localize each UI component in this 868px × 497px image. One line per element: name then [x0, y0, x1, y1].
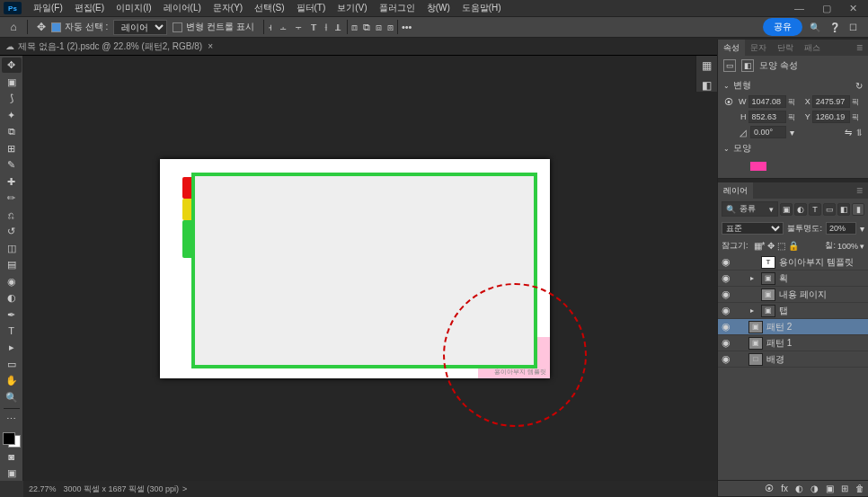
edit-toolbar-icon[interactable]: ⋯	[2, 412, 22, 427]
adjustment-layer-icon[interactable]: ◑	[810, 484, 819, 493]
move-tool[interactable]: ✥	[2, 58, 22, 73]
yellow-tab-shape[interactable]	[182, 199, 191, 220]
align-vcenter-icon[interactable]: ⫲	[324, 22, 328, 33]
opacity-input[interactable]: 20%	[826, 222, 856, 235]
lock-pixels-icon[interactable]: ▦* ✥ ⬚ 🔒	[754, 241, 799, 251]
layer-item[interactable]: ◉▣패턴 2	[718, 319, 868, 335]
visibility-icon[interactable]: ◉	[722, 337, 734, 349]
tab-properties[interactable]: 속성	[718, 40, 745, 57]
y-input[interactable]: 1260.19	[812, 111, 850, 123]
link-layers-icon[interactable]: ⦿	[765, 484, 774, 493]
rail-icon-2[interactable]: ◧	[702, 79, 712, 92]
layer-name[interactable]: 용이아부지 템플릿	[779, 256, 854, 269]
align-top-icon[interactable]: ⫪	[309, 22, 319, 33]
layer-name[interactable]: 내용 페이지	[779, 288, 827, 301]
screen-mode-icon[interactable]: ▣	[2, 466, 22, 481]
home-icon[interactable]: ⌂	[4, 19, 23, 35]
appearance-section[interactable]: ⌄ 모양	[723, 138, 863, 158]
delete-layer-icon[interactable]: 🗑	[855, 484, 864, 493]
close-icon[interactable]: ✕	[846, 3, 861, 14]
group-layers-icon[interactable]: ▣	[826, 484, 834, 493]
show-transform-checkbox[interactable]	[173, 22, 182, 32]
x-input[interactable]: 2475.97	[812, 95, 850, 108]
document-tab[interactable]: ☁ 제목 없음-1 (2).psdc @ 22.8% (패턴2, RGB/8) …	[0, 38, 218, 55]
reset-transform-icon[interactable]: ↻	[855, 81, 863, 91]
type-tool[interactable]: T	[2, 324, 22, 339]
menu-layer[interactable]: 레이어(L)	[159, 0, 206, 16]
transform-section[interactable]: ⌄ 변형 ↻	[723, 75, 863, 95]
more-icon[interactable]: •••	[402, 22, 412, 32]
eyedropper-tool[interactable]: ✎	[2, 157, 22, 173]
menu-window[interactable]: 창(W)	[422, 0, 455, 16]
fill-color-swatch[interactable]	[750, 162, 766, 171]
healing-tool[interactable]: ✚	[2, 173, 22, 189]
menu-edit[interactable]: 편집(E)	[70, 0, 109, 16]
menu-image[interactable]: 이미지(I)	[111, 0, 155, 16]
menu-view[interactable]: 보기(V)	[332, 0, 371, 16]
hand-tool[interactable]: ✋	[2, 373, 22, 388]
visibility-icon[interactable]: ◉	[722, 272, 734, 284]
magic-wand-tool[interactable]: ✦	[2, 107, 22, 122]
tab-paths[interactable]: 패스	[799, 40, 826, 57]
blur-tool[interactable]: ◉	[2, 273, 22, 288]
layer-item[interactable]: ◉□배경	[718, 351, 868, 368]
filter-type-icon[interactable]: T	[809, 203, 821, 216]
color-swatches[interactable]	[3, 432, 21, 448]
expand-icon[interactable]: ▸	[750, 274, 757, 282]
flip-v-icon[interactable]: ⥮	[855, 128, 863, 138]
dist-2-icon[interactable]: ⧉	[363, 22, 370, 33]
minimize-icon[interactable]: —	[791, 3, 808, 14]
expand-icon[interactable]: ▸	[750, 306, 757, 315]
dodge-tool[interactable]: ◐	[2, 290, 22, 306]
tab-character[interactable]: 문자	[745, 40, 772, 57]
visibility-icon[interactable]: ◉	[722, 288, 734, 300]
filter-adj-icon[interactable]: ◐	[794, 203, 807, 216]
layer-name[interactable]: 패턴 2	[766, 321, 792, 333]
shape-tool[interactable]: ▭	[2, 357, 22, 372]
layer-name[interactable]: 탭	[779, 305, 788, 317]
auto-select-checkbox[interactable]	[51, 22, 61, 32]
menu-filter[interactable]: 필터(T)	[292, 0, 331, 16]
link-wh-icon[interactable]: ⦿	[723, 97, 735, 107]
layer-name[interactable]: 배경	[766, 353, 784, 366]
w-input[interactable]: 1047.08	[748, 95, 786, 108]
angle-input[interactable]: 0.00°	[750, 126, 786, 138]
zoom-level[interactable]: 22.77%	[29, 484, 57, 493]
mask-layer-icon[interactable]: ◐	[795, 484, 803, 493]
align-left-icon[interactable]: ⫞	[268, 22, 273, 33]
visibility-icon[interactable]: ◉	[722, 321, 734, 333]
panel-menu-icon[interactable]: ≡	[851, 41, 868, 54]
filter-smart-icon[interactable]: ◧	[837, 203, 850, 216]
visibility-icon[interactable]: ◉	[722, 256, 734, 268]
fill-dropdown-icon[interactable]: ▾	[860, 242, 864, 251]
pen-tool[interactable]: ✒	[2, 306, 22, 322]
fg-color[interactable]	[3, 432, 15, 445]
menu-file[interactable]: 파일(F)	[29, 0, 67, 16]
green-frame-shape[interactable]	[191, 173, 537, 368]
gradient-tool[interactable]: ▤	[2, 257, 22, 272]
fill-input[interactable]: 100%	[837, 242, 858, 251]
clone-stamp-tool[interactable]: ⎌	[2, 207, 22, 222]
visibility-icon[interactable]: ◉	[722, 353, 734, 365]
layers-menu-icon[interactable]: ≡	[851, 184, 868, 197]
layer-item[interactable]: ◉▣패턴 1	[718, 335, 868, 351]
marquee-tool[interactable]: ▣	[2, 74, 22, 89]
layer-filter-dropdown[interactable]: 🔍 종류 ▾	[722, 201, 778, 217]
layers-list[interactable]: ◉T용이아부지 템플릿◉▸▣획◉▣내용 페이지◉▸▣탭◉▣패턴 2◉▣패턴 1◉…	[718, 254, 868, 480]
info-arrow-icon[interactable]: >	[182, 484, 187, 493]
filter-toggle[interactable]: ▮	[852, 203, 864, 216]
layer-item[interactable]: ◉▸▣탭	[718, 303, 868, 319]
frame-tool[interactable]: ⊞	[2, 140, 22, 155]
dist-4-icon[interactable]: ⧆	[387, 22, 394, 33]
search-icon[interactable]: 🔍	[810, 22, 820, 32]
document-canvas[interactable]: 용이아부지 템플릿	[160, 159, 550, 378]
dist-1-icon[interactable]: ⧈	[351, 22, 358, 33]
auto-select-dropdown[interactable]: 레이어	[113, 20, 167, 35]
align-bottom-icon[interactable]: ⫫	[333, 22, 343, 33]
menu-type[interactable]: 문자(Y)	[208, 0, 247, 16]
zoom-tool[interactable]: 🔍	[2, 390, 22, 405]
layer-item[interactable]: ◉T용이아부지 템플릿	[718, 254, 868, 271]
help-icon[interactable]: ❔	[829, 22, 840, 32]
quick-mask-icon[interactable]: ◙	[2, 448, 22, 464]
maximize-icon[interactable]: ▢	[819, 3, 835, 14]
